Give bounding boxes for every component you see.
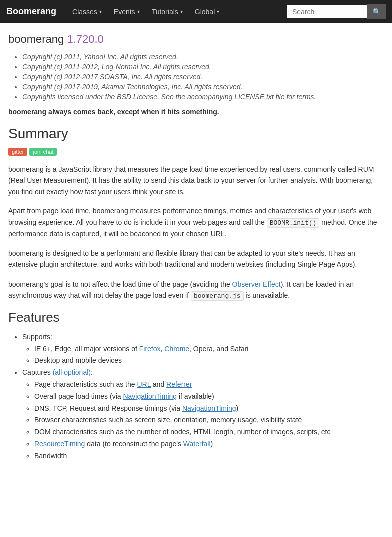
para-2: Apart from page load time, boomerang mea… bbox=[8, 205, 384, 240]
badges-container: gitter join chat bbox=[8, 148, 384, 156]
chevron-down-icon: ▾ bbox=[99, 9, 102, 14]
nav-timing-link-1[interactable]: NavigationTiming bbox=[123, 392, 177, 400]
nav-link-events[interactable]: Events ▾ bbox=[108, 0, 146, 23]
version-number: 1.720.0 bbox=[67, 33, 103, 45]
chevron-down-icon: ▾ bbox=[137, 9, 140, 14]
feature-supports: Supports: IE 6+, Edge, all major version… bbox=[22, 331, 384, 367]
nav-items: Classes ▾ Events ▾ Tutorials ▾ Global ▾ bbox=[66, 0, 287, 23]
copyright-list: Copyright (c) 2011, Yahoo! Inc. All righ… bbox=[8, 53, 384, 101]
page-title: boomerang 1.720.0 bbox=[8, 33, 384, 46]
chevron-down-icon: ▾ bbox=[217, 9, 219, 14]
copyright-item: Copyrights licensed under the BSD Licens… bbox=[22, 93, 384, 101]
nav-item-classes[interactable]: Classes ▾ bbox=[66, 0, 108, 23]
capture-url: Page characteristics such as the URL and… bbox=[34, 379, 384, 391]
capture-resource-timing: ResourceTiming data (to reconstruct the … bbox=[34, 438, 384, 450]
feature-devices: Desktop and mobile devices bbox=[34, 355, 384, 367]
features-list: Supports: IE 6+, Edge, all major version… bbox=[8, 331, 384, 462]
main-content: boomerang 1.720.0 Copyright (c) 2011, Ya… bbox=[0, 23, 392, 476]
captures-sub-list: Page characteristics such as the URL and… bbox=[22, 379, 384, 462]
search-icon: 🔍 bbox=[372, 8, 381, 16]
observer-effect-link[interactable]: Observer Effect bbox=[232, 280, 281, 288]
chrome-link[interactable]: Chrome bbox=[164, 345, 189, 353]
supports-sub-list: IE 6+, Edge, all major versions of Firef… bbox=[22, 343, 384, 367]
search-input[interactable] bbox=[287, 5, 367, 18]
feature-browsers: IE 6+, Edge, all major versions of Firef… bbox=[34, 343, 384, 355]
chevron-down-icon: ▾ bbox=[180, 9, 183, 14]
boomerang-js-code: boomerang.js bbox=[191, 291, 244, 301]
nav-link-global[interactable]: Global ▾ bbox=[189, 0, 225, 23]
copyright-item: Copyright (c) 2017-2019, Akamai Technolo… bbox=[22, 83, 384, 91]
para-1: boomerang is a JavaScript library that m… bbox=[8, 164, 384, 197]
copyright-item: Copyright (c) 2012-2017 SOASTA, Inc. All… bbox=[22, 73, 384, 81]
nav-item-tutorials[interactable]: Tutorials ▾ bbox=[146, 0, 189, 23]
copyright-item: Copyright (c) 2011-2012, Log-Normal Inc.… bbox=[22, 63, 384, 71]
firefox-link[interactable]: Firefox bbox=[139, 345, 161, 353]
nav-item-events[interactable]: Events ▾ bbox=[108, 0, 146, 23]
copyright-item: Copyright (c) 2011, Yahoo! Inc. All righ… bbox=[22, 53, 384, 61]
referrer-link[interactable]: Referrer bbox=[166, 380, 192, 388]
para-3: boomerang is designed to be a performant… bbox=[8, 248, 384, 271]
summary-heading: Summary bbox=[8, 126, 384, 142]
nav-link-classes[interactable]: Classes ▾ bbox=[66, 0, 108, 23]
title-prefix: boomerang bbox=[8, 33, 67, 45]
boomr-init-code: BOOMR.init() bbox=[267, 218, 320, 228]
navbar: Boomerang Classes ▾ Events ▾ Tutorials ▾… bbox=[0, 0, 392, 23]
nav-link-tutorials[interactable]: Tutorials ▾ bbox=[146, 0, 189, 23]
capture-browser: Browser characteristics such as screen s… bbox=[34, 414, 384, 426]
capture-bandwidth: Bandwidth bbox=[34, 450, 384, 462]
capture-dom: DOM characteristics such as the number o… bbox=[34, 426, 384, 438]
nav-timing-link-2[interactable]: NavigationTiming bbox=[182, 404, 236, 412]
url-link[interactable]: URL bbox=[137, 380, 151, 388]
tagline: boomerang always comes back, except when… bbox=[8, 108, 384, 116]
badge-chat[interactable]: join chat bbox=[29, 148, 57, 156]
badge-gitter[interactable]: gitter bbox=[8, 148, 27, 156]
waterfall-link[interactable]: Waterfall bbox=[183, 440, 211, 448]
search-form: 🔍 bbox=[287, 4, 386, 19]
capture-page-load: Overall page load times (via NavigationT… bbox=[34, 391, 384, 403]
search-button[interactable]: 🔍 bbox=[367, 4, 386, 19]
capture-dns-tcp: DNS, TCP, Request and Response timings (… bbox=[34, 403, 384, 415]
nav-brand[interactable]: Boomerang bbox=[6, 6, 56, 17]
resource-timing-link[interactable]: ResourceTiming bbox=[34, 440, 85, 448]
features-heading: Features bbox=[8, 310, 384, 325]
para-4: boomerang's goal is to not affect the lo… bbox=[8, 279, 384, 302]
feature-captures: Captures (all optional): Page characteri… bbox=[22, 367, 384, 462]
nav-item-global[interactable]: Global ▾ bbox=[189, 0, 225, 23]
